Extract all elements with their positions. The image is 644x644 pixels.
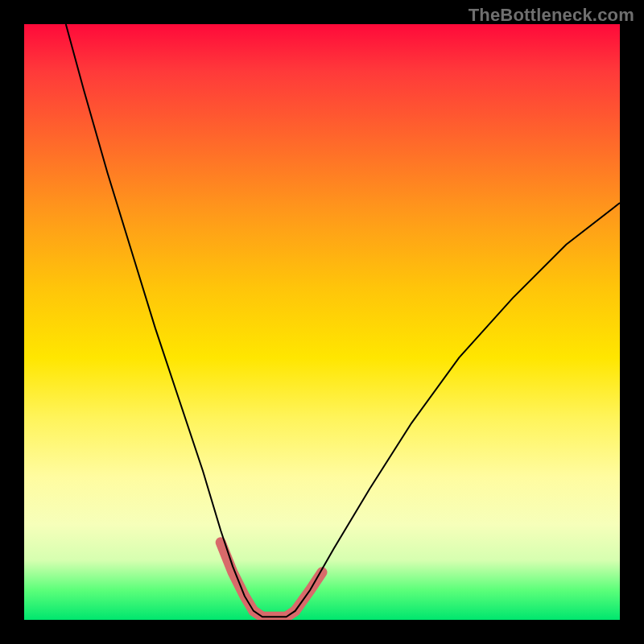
watermark-label: TheBottleneck.com [469, 5, 634, 26]
plot-area [24, 24, 620, 620]
highlight-left-knee [221, 543, 262, 617]
bottleneck-curve [66, 24, 620, 617]
curve-svg [24, 24, 620, 620]
chart-stage: TheBottleneck.com [0, 0, 644, 644]
